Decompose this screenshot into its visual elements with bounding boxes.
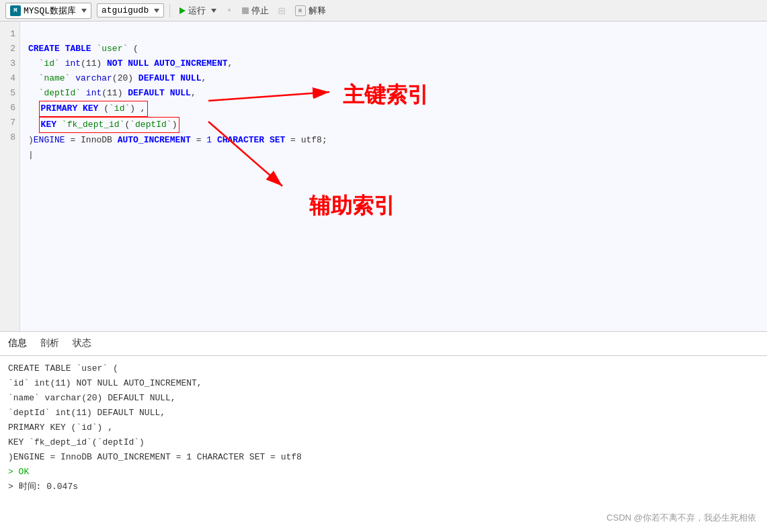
code-line-4: `deptId` int(11) DEFAULT NULL, [28,88,196,98]
output-line-4: `deptId` int(11) DEFAULT NULL, [8,406,759,420]
run-label: 运行 [188,5,206,17]
code-line-7: )ENGINE = InnoDB AUTO_INCREMENT = 1 CHAR… [28,135,327,145]
code-line-5: PRIMARY KEY (`id`) , [28,103,148,114]
toolbar-separator-2: ⊞ [278,3,286,18]
toolbar-separator: ▪ [226,5,233,17]
stop-icon [242,7,249,14]
editor-area[interactable]: 1 2 3 4 5 6 7 8 CREATE TABLE `user` ( `i… [0,21,767,332]
output-line-1: CREATE TABLE `user` ( [8,361,759,376]
line-num: 1 [4,27,15,42]
line-num: 4 [4,71,15,86]
schema-name-label: atguigudb [102,5,149,15]
db-selector[interactable]: M MYSQL数据库 [5,3,91,19]
run-dropdown-icon [211,9,216,13]
code-container: 1 2 3 4 5 6 7 8 CREATE TABLE `user` ( `i… [0,21,767,331]
code-line-3: `name` varchar(20) DEFAULT NULL, [28,73,206,83]
explain-button[interactable]: ≡ 解释 [291,3,330,18]
schema-selector[interactable]: atguigudb [97,3,164,17]
bottom-panel: 信息 剖析 状态 CREATE TABLE `user` ( `id` int(… [0,332,767,532]
output-area: CREATE TABLE `user` ( `id` int(11) NOT N… [0,356,767,532]
tab-info[interactable]: 信息 [8,333,27,355]
watermark: CSDN @你若不离不弃，我必生死相依 [606,512,756,524]
code-editor[interactable]: CREATE TABLE `user` ( `id` int(11) NOT N… [20,21,767,331]
output-time: > 时间: 0.047s [8,480,759,494]
output-ok: > OK [8,465,759,480]
db-dropdown-icon [81,9,87,13]
tab-profile[interactable]: 剖析 [40,333,59,355]
code-line-2: `id` int(11) NOT NULL AUTO_INCREMENT, [28,58,233,69]
explain-label: 解释 [309,5,326,17]
output-line-6: KEY `fk_dept_id`(`deptId`) [8,435,759,450]
code-line-1: CREATE TABLE `user` ( [28,44,138,54]
line-num: 7 [4,116,15,130]
line-num: 8 [4,130,15,145]
toolbar-divider-1 [169,4,170,17]
output-line-5: PRIMARY KEY (`id`) , [8,420,759,435]
code-line-8: | [28,150,34,160]
key-highlight: KEY `fk_dept_id`(`deptId`) [39,117,179,133]
line-num: 2 [4,42,15,56]
run-button[interactable]: 运行 [175,3,220,18]
line-numbers: 1 2 3 4 5 6 7 8 [0,21,20,331]
db-name-label: MYSQL数据库 [24,5,76,17]
toolbar: M MYSQL数据库 atguigudb 运行 ▪ 停止 ⊞ ≡ 解释 [0,0,767,21]
output-line-7: )ENGINE = InnoDB AUTO_INCREMENT = 1 CHAR… [8,450,759,465]
play-icon [179,7,186,14]
stop-label: 停止 [251,5,269,17]
code-line-6: KEY `fk_dept_id`(`deptId`) [28,120,179,130]
output-line-2: `id` int(11) NOT NULL AUTO_INCREMENT, [8,376,759,391]
mysql-icon: M [10,5,21,16]
stop-button[interactable]: 停止 [238,3,273,18]
primary-key-highlight: PRIMARY KEY (`id`) , [39,101,148,117]
tab-status[interactable]: 状态 [73,333,91,355]
line-num: 3 [4,56,15,71]
schema-dropdown-icon [154,9,159,13]
line-num: 6 [4,101,15,116]
line-num: 5 [4,86,15,101]
output-line-3: `name` varchar(20) DEFAULT NULL, [8,391,759,406]
explain-icon: ≡ [295,5,306,16]
tabs-bar: 信息 剖析 状态 [0,332,767,356]
